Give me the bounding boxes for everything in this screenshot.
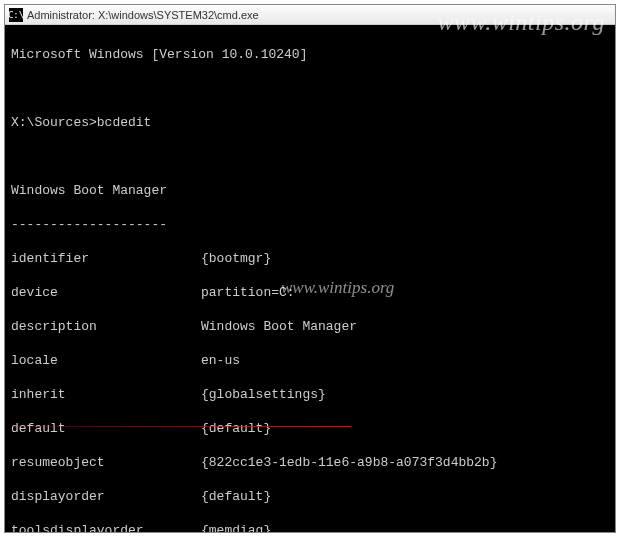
cmd-window: C:\ Administrator: X:\windows\SYSTEM32\c…	[4, 4, 616, 533]
kv-row: toolsdisplayorder{memdiag}	[11, 522, 609, 532]
kv-row: descriptionWindows Boot Manager	[11, 318, 609, 335]
window-title: Administrator: X:\windows\SYSTEM32\cmd.e…	[27, 9, 259, 21]
section-dashes: --------------------	[11, 216, 609, 233]
cmd-icon: C:\	[9, 8, 23, 22]
section-title-bootmgr: Windows Boot Manager	[11, 182, 609, 199]
prompt-line: X:\Sources>bcdedit	[11, 114, 609, 131]
blank	[11, 80, 609, 97]
console-header: Microsoft Windows [Version 10.0.10240]	[11, 46, 609, 63]
kv-row: inherit{globalsettings}	[11, 386, 609, 403]
console-area[interactable]: Microsoft Windows [Version 10.0.10240] X…	[5, 25, 615, 532]
kv-row: displayorder{default}	[11, 488, 609, 505]
kv-row: resumeobject{822cc1e3-1edb-11e6-a9b8-a07…	[11, 454, 609, 471]
kv-row: default{default}	[11, 420, 609, 437]
kv-row: identifier{bootmgr}	[11, 250, 609, 267]
blank	[11, 148, 609, 165]
kv-row: devicepartition=C:	[11, 284, 609, 301]
titlebar[interactable]: C:\ Administrator: X:\windows\SYSTEM32\c…	[5, 5, 615, 25]
kv-row: localeen-us	[11, 352, 609, 369]
